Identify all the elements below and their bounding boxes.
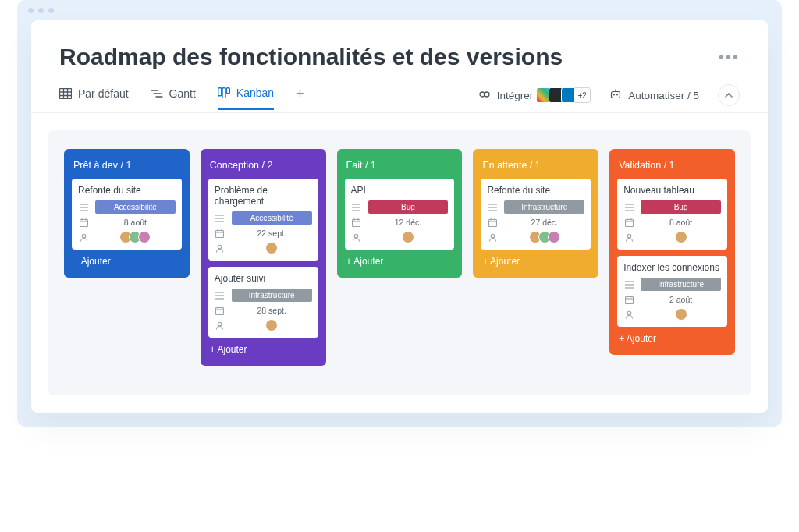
list-icon xyxy=(623,281,634,289)
column-design: Conception / 2Problème de chargementAcce… xyxy=(201,149,326,366)
tab-default[interactable]: Par défaut xyxy=(59,87,129,109)
browser-titlebar xyxy=(17,0,782,20)
svg-point-12 xyxy=(485,92,489,97)
integrate-icon xyxy=(478,88,491,103)
add-view-button[interactable]: + xyxy=(296,86,304,112)
add-card-button[interactable]: + Ajouter xyxy=(619,333,726,344)
card-date: 8 août xyxy=(641,218,721,227)
tool-label: Automatiser / 5 xyxy=(628,90,699,101)
browser-frame: Roadmap des fonctionnalités et des versi… xyxy=(17,0,782,427)
add-card-button[interactable]: + Ajouter xyxy=(73,256,180,267)
page-title: Roadmap des fonctionnalités et des versi… xyxy=(59,44,563,70)
card-tag-row: Accessibilité xyxy=(215,211,312,225)
window-dot xyxy=(28,8,34,13)
tab-kanban[interactable]: Kanban xyxy=(218,87,274,110)
user-icon xyxy=(623,310,634,319)
kanban-card[interactable]: Refonte du siteAccessibilité8 août xyxy=(72,179,182,250)
svg-rect-0 xyxy=(60,89,72,99)
avatar-stack xyxy=(504,231,584,243)
svg-point-32 xyxy=(218,245,222,249)
card-tag-row: Infrastructure xyxy=(623,278,721,291)
svg-point-15 xyxy=(616,94,618,95)
list-icon xyxy=(487,204,498,211)
column-waiting: En attente / 1Refonte du siteInfrastruct… xyxy=(473,149,598,278)
calendar-icon xyxy=(215,229,225,238)
avatar xyxy=(548,231,560,243)
card-tag-row: Infrastructure xyxy=(215,289,312,302)
avatar-stack xyxy=(641,231,721,243)
calendar-icon xyxy=(351,218,362,227)
svg-point-48 xyxy=(354,234,358,238)
tab-label: Kanban xyxy=(236,87,274,99)
user-icon xyxy=(351,233,362,242)
calendar-icon xyxy=(487,218,498,227)
card-date-row: 22 sept. xyxy=(215,229,312,238)
kanban-card[interactable]: APIBug12 déc. xyxy=(345,179,455,250)
kanban-card[interactable]: Indexer les connexionsInfrastructure2 ao… xyxy=(617,256,727,327)
column-validation: Validation / 1Nouveau tableauBug8 aoûtIn… xyxy=(609,149,735,355)
list-icon xyxy=(215,215,225,222)
svg-point-56 xyxy=(491,234,495,238)
automate-button[interactable]: Automatiser / 5 xyxy=(609,89,699,102)
kanban-card[interactable]: Refonte du siteInfrastructure27 déc. xyxy=(481,179,591,250)
svg-point-14 xyxy=(613,94,615,95)
avatar xyxy=(138,231,151,243)
card-date: 8 août xyxy=(95,218,176,227)
user-icon xyxy=(215,321,225,330)
robot-icon xyxy=(609,89,622,102)
card-date: 28 sept. xyxy=(232,306,312,315)
kanban-board: Prêt à dev / 1Refonte du siteAccessibili… xyxy=(48,130,751,395)
kanban-card[interactable]: Nouveau tableauBug8 août xyxy=(617,179,727,250)
gantt-icon xyxy=(151,89,163,98)
card-date-row: 27 déc. xyxy=(487,218,584,227)
add-card-button[interactable]: + Ajouter xyxy=(482,256,589,267)
card-date: 2 août xyxy=(641,295,721,304)
avatar xyxy=(265,319,278,332)
kanban-card[interactable]: Ajouter suiviInfrastructure28 sept. xyxy=(208,267,318,338)
svg-point-72 xyxy=(627,311,631,315)
integration-more[interactable]: +2 xyxy=(574,87,591,103)
svg-point-64 xyxy=(627,234,631,238)
svg-rect-60 xyxy=(625,219,633,226)
card-date-row: 8 août xyxy=(78,218,176,227)
window-dot xyxy=(48,8,54,13)
tag-badge: Accessibilité xyxy=(95,200,176,214)
card-assignees-row xyxy=(351,231,449,243)
user-icon xyxy=(487,233,498,242)
svg-rect-52 xyxy=(488,219,496,226)
list-icon xyxy=(215,292,225,300)
list-icon xyxy=(623,204,634,211)
card-date: 27 déc. xyxy=(504,218,584,227)
tab-gantt[interactable]: Gantt xyxy=(151,87,196,109)
tab-label: Gantt xyxy=(169,87,196,100)
avatar xyxy=(675,308,687,321)
card-assignees-row xyxy=(215,319,312,332)
card-assignees-row xyxy=(215,242,312,254)
column-title: Fait / 1 xyxy=(346,160,453,171)
tag-badge: Bug xyxy=(641,200,721,214)
svg-rect-9 xyxy=(222,88,225,98)
collapse-button[interactable] xyxy=(718,84,740,106)
card-date-row: 2 août xyxy=(623,295,721,304)
integrate-button[interactable]: Intégrer +2 xyxy=(478,87,591,103)
tool-label: Intégrer xyxy=(497,90,534,101)
svg-rect-44 xyxy=(353,219,360,226)
calendar-icon xyxy=(78,218,89,227)
more-icon[interactable]: ••• xyxy=(719,48,740,66)
card-date: 22 sept. xyxy=(232,229,312,238)
add-card-button[interactable]: + Ajouter xyxy=(210,344,317,355)
svg-rect-10 xyxy=(226,88,229,94)
column-title: Prêt à dev / 1 xyxy=(73,160,180,171)
kanban-icon xyxy=(218,87,230,98)
avatar xyxy=(402,231,414,243)
tag-badge: Infrastructure xyxy=(232,289,312,302)
kanban-card[interactable]: Problème de chargementAccessibilité22 se… xyxy=(208,179,318,261)
svg-point-11 xyxy=(480,92,485,97)
add-card-button[interactable]: + Ajouter xyxy=(346,256,453,267)
avatar-stack xyxy=(232,319,312,332)
card-title: Refonte du site xyxy=(487,185,584,196)
app-window: Roadmap des fonctionnalités et des versi… xyxy=(31,20,768,413)
svg-rect-13 xyxy=(612,91,620,98)
column-title: Conception / 2 xyxy=(210,160,317,171)
tag-badge: Infrastructure xyxy=(641,278,721,291)
